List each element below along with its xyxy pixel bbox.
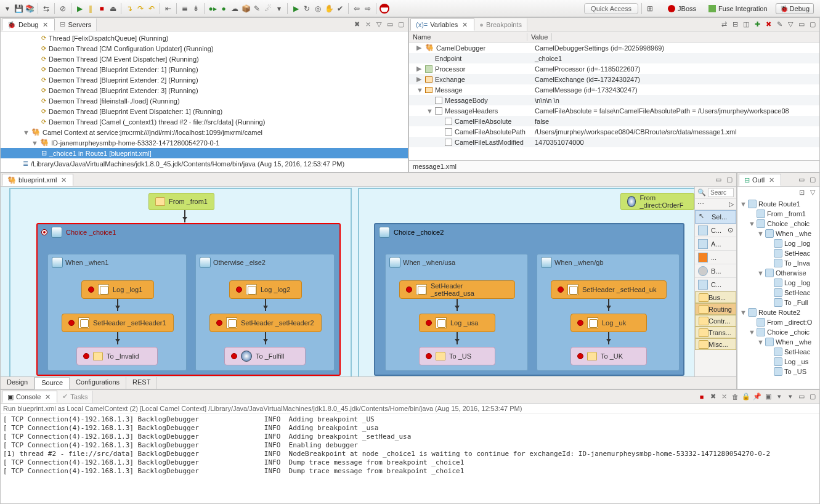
debug-thread-row[interactable]: ⟳Thread [FelixDispatchQueue] (Running) [1, 33, 408, 43]
to-node-us[interactable]: To _US [419, 347, 495, 365]
breakpoint-icon[interactable] [577, 353, 583, 359]
outline-item[interactable]: To _US [737, 367, 819, 376]
tab-design[interactable]: Design [1, 377, 35, 389]
chevron-icon[interactable]: ▶ [416, 65, 423, 73]
pin-icon[interactable]: 📌 [753, 392, 761, 401]
close-icon[interactable]: ✕ [460, 20, 469, 29]
route-canvas[interactable]: From _from1 Choice _choice1 When _when1 … [1, 187, 736, 376]
tab-variables[interactable]: (x)=Variables✕ [410, 18, 474, 31]
play-icon[interactable]: ▶ [291, 4, 301, 14]
palette-select[interactable]: ↖Sel... [695, 210, 736, 224]
step-filters2-icon[interactable]: ⇟ [191, 4, 201, 14]
outline-item[interactable]: From _from1 [737, 209, 819, 219]
cycle-icon[interactable]: ↻ [302, 4, 312, 14]
palette-search[interactable] [708, 188, 734, 197]
tab-outline[interactable]: ⊟Outl✕ [739, 174, 781, 186]
pin-icon[interactable]: ⊙ [728, 226, 733, 234]
chevron-icon[interactable]: ▼ [757, 269, 763, 277]
menu-icon[interactable]: ▽ [786, 20, 795, 29]
disconnect-icon[interactable]: ⏏ [108, 4, 118, 14]
minimize-icon[interactable]: ▭ [386, 20, 394, 29]
save-icon[interactable]: 💾 [14, 4, 23, 14]
outline-menu-icon[interactable]: ▽ [808, 188, 817, 197]
tab-rest[interactable]: REST [126, 377, 157, 389]
breakpoint-icon[interactable] [231, 353, 237, 359]
new-console-icon[interactable]: ▾ [786, 392, 795, 401]
close-icon[interactable]: ✕ [59, 176, 68, 184]
tab-breakpoints[interactable]: ●Breakpoints [474, 18, 527, 31]
setheader-node-1[interactable]: SetHeader _setHeader1 [62, 314, 174, 332]
choice-node-1[interactable]: Choice _choice1 When _when1 Log _log1 Se… [36, 223, 341, 376]
coverage-icon[interactable]: ☁ [230, 4, 240, 14]
outline-thumbnail-icon[interactable]: ⊡ [797, 188, 806, 197]
perspective-jboss[interactable]: JBoss [664, 3, 700, 14]
close-icon[interactable]: ✕ [43, 392, 52, 401]
close-icon[interactable]: ✕ [767, 176, 776, 184]
log-node-usa[interactable]: Log _usa [419, 314, 495, 332]
to-node-fulfill[interactable]: To _Fulfill [224, 347, 306, 365]
tab-servers[interactable]: ⊟Servers [55, 18, 97, 31]
back-icon[interactable]: ⇦ [352, 4, 362, 14]
remove-launch-icon[interactable]: ✖ [708, 392, 717, 401]
log-node-2[interactable]: Log _log2 [229, 280, 302, 299]
outline-item[interactable]: Log _log [737, 238, 819, 248]
outline-item[interactable]: ▼Route Route1 [737, 199, 819, 209]
outline-item[interactable]: ▼Choice _choic [737, 327, 819, 337]
perspective-debug[interactable]: 🐞Debug [776, 3, 814, 14]
variable-row[interactable]: ▶ProcessorCamelProcessor (id=-1185022607… [409, 63, 819, 74]
logical-icon[interactable]: ◫ [742, 20, 750, 29]
chevron-icon[interactable]: ▼ [740, 309, 746, 316]
remove-all-icon[interactable]: ⤫ [720, 392, 728, 401]
choice-node-2[interactable]: Choice _choice2 When _when/usa SetHeader… [374, 223, 684, 376]
minimize-icon[interactable]: ▭ [797, 20, 806, 29]
variable-row[interactable]: ▼MessageCamelMessage (id=-1732430247) [409, 84, 819, 95]
breakpoint-icon[interactable] [41, 229, 47, 235]
palette-cat-routing[interactable]: Routing [695, 303, 736, 315]
outline-item[interactable]: ▼Otherwise [737, 268, 819, 278]
setheader-node-usa[interactable]: SetHeader _setHead_usa [399, 280, 515, 299]
menu-icon[interactable]: ▷ [729, 200, 734, 208]
add-icon[interactable]: ✚ [753, 20, 761, 29]
step-return-icon[interactable]: ↶ [147, 4, 156, 14]
debug-thread-row[interactable]: ≣/Library/Java/JavaVirtualMachines/jdk1.… [1, 158, 408, 169]
console-output[interactable]: [ TCP Connection(4)-192.168.1.3] Backlog… [1, 414, 819, 503]
variable-row[interactable]: ▶🐫CamelDebuggerCamelDebuggerSettings (id… [409, 43, 819, 53]
minimize-icon[interactable]: ▭ [797, 176, 806, 184]
tab-debug[interactable]: 🐞Debug✕ [2, 18, 55, 31]
col-value[interactable]: Value [527, 33, 552, 41]
perspective-fuse[interactable]: Fuse Integration [704, 3, 772, 14]
maximize-icon[interactable]: ▢ [397, 20, 405, 29]
palette-item-c2[interactable]: C... [695, 278, 736, 291]
outline-item[interactable]: ▼When _whe [737, 337, 819, 347]
step-over-icon[interactable]: ↷ [136, 4, 145, 14]
tab-blueprint[interactable]: 🐫blueprint.xml✕ [2, 174, 73, 186]
outline-item[interactable]: ▼Route Route2 [737, 307, 819, 317]
step-into-icon[interactable]: ↴ [124, 4, 134, 14]
maximize-icon[interactable]: ▢ [725, 176, 734, 184]
display-icon[interactable]: ▣ [764, 392, 773, 401]
maximize-icon[interactable]: ▢ [808, 176, 817, 184]
breakpoint-icon[interactable] [68, 320, 75, 326]
debug-thread-row[interactable]: ⟳Daemon Thread [CM Event Dispatcher] (Ru… [1, 54, 408, 64]
palette-cat-bus[interactable]: Bus... [695, 291, 736, 303]
chevron-icon[interactable]: ▼ [740, 200, 746, 208]
outline-item[interactable]: To _Inva [737, 258, 819, 268]
palette-cat-contr[interactable]: Contr... [695, 315, 736, 327]
chevron-icon[interactable]: ▼ [757, 230, 763, 237]
breakpoint-icon[interactable] [216, 320, 222, 326]
variable-row[interactable]: Endpoint_choice1 [409, 53, 819, 63]
outline-item[interactable]: From _direct:O [737, 317, 819, 327]
open-perspective-icon[interactable]: ⊞ [645, 4, 655, 14]
log-node-uk[interactable]: Log _uk [570, 314, 647, 332]
ext-icon[interactable]: ✎ [252, 4, 262, 14]
new-icon[interactable]: ▾ [2, 4, 12, 14]
terminate-icon[interactable]: ■ [697, 392, 706, 401]
breakpoint-icon[interactable] [577, 320, 583, 326]
remove-icon[interactable]: ✖ [764, 20, 773, 29]
outline-item[interactable]: ▼When _whe [737, 229, 819, 238]
variable-row[interactable]: CamelFileLastModified1470351074000 [409, 137, 819, 147]
outline-item[interactable]: SetHeac [737, 288, 819, 298]
debug-thread-row[interactable]: ⟳Daemon Thread [Camel (_context1) thread… [1, 116, 408, 127]
scroll-lock-icon[interactable]: 🔒 [742, 392, 750, 401]
minimize-icon[interactable]: ▭ [797, 392, 806, 401]
